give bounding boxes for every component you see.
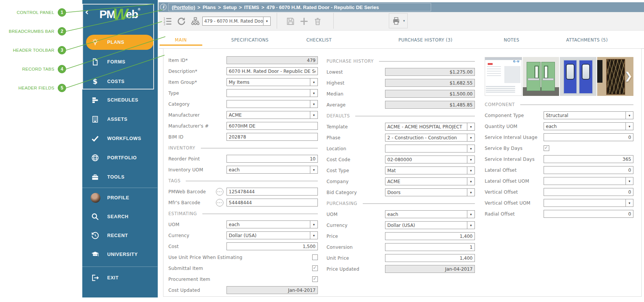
- input-description[interactable]: 6070 H.M. Rated Door - Republic DE Serie…: [226, 67, 318, 75]
- tab-notes[interactable]: NOTES: [504, 37, 519, 43]
- save-icon[interactable]: [285, 17, 295, 26]
- dropdown-arrow-icon[interactable]: ▾: [467, 123, 475, 130]
- dropdown-arrow-icon[interactable]: ▾: [467, 178, 475, 185]
- dropdown-arrow-icon[interactable]: ▾: [467, 211, 475, 218]
- select-phase[interactable]: 2 - Construction - Construction▾: [385, 134, 475, 142]
- add-record-icon[interactable]: [299, 17, 309, 26]
- select-item-group[interactable]: My Items▾: [226, 78, 318, 86]
- input-pmweb-barcode[interactable]: 125478444: [226, 188, 318, 196]
- select-vertical-offset-uom[interactable]: ▾: [544, 199, 633, 207]
- input-service-interval-days[interactable]: 365: [544, 155, 633, 163]
- dropdown-arrow-icon[interactable]: ▾: [310, 221, 317, 228]
- input-price[interactable]: 1,400: [385, 232, 475, 240]
- dropdown-arrow-icon[interactable]: ▾: [310, 89, 317, 97]
- print-dropdown-icon[interactable]: ▾: [403, 19, 405, 23]
- sidebar-item-costs[interactable]: $COSTS: [82, 72, 157, 91]
- select-bid-category[interactable]: Doors▾: [385, 188, 475, 196]
- input-manufacturer-s[interactable]: 6070HM DE: [226, 122, 318, 130]
- dropdown-arrow-icon[interactable]: ▾: [467, 222, 475, 229]
- sidebar-item-search[interactable]: SEARCH: [82, 207, 157, 226]
- sidebar-item-assets[interactable]: ASSETS: [82, 109, 157, 129]
- select-lateral-offset-uom[interactable]: ▾: [544, 177, 633, 185]
- print-button[interactable]: ▾: [389, 13, 408, 28]
- input-cost[interactable]: 1,500: [226, 242, 318, 250]
- sidebar-item-forms[interactable]: FORMS: [82, 52, 157, 72]
- tab-attachments-5[interactable]: ATTACHMENTS (5): [566, 37, 608, 43]
- hierarchy-icon[interactable]: [190, 17, 200, 26]
- tab-checklist[interactable]: CHECKLIST: [306, 37, 331, 43]
- input-lateral-offset[interactable]: 0: [544, 166, 633, 174]
- input-conversion[interactable]: 1: [385, 243, 475, 251]
- dropdown-arrow-icon[interactable]: ▾: [626, 123, 633, 130]
- dropdown-arrow-icon[interactable]: ▾: [310, 166, 317, 173]
- dropdown-arrow-icon[interactable]: ▾: [310, 79, 317, 86]
- checkbox-submittal-item[interactable]: [312, 265, 318, 271]
- checkbox-service-by-days[interactable]: [544, 145, 549, 151]
- dropdown-arrow-icon[interactable]: ▾: [467, 156, 475, 163]
- input-mfr-s-barcode[interactable]: 54448444: [226, 199, 318, 206]
- field-label-cell: Radial Offset: [485, 211, 544, 217]
- dropdown-arrow-icon[interactable]: ▾: [467, 134, 475, 141]
- dropdown-arrow-icon[interactable]: ▾: [467, 167, 475, 174]
- select-template[interactable]: ACME - ACME HOSPITAL PROJECT▾: [385, 123, 475, 131]
- history-icon[interactable]: [176, 17, 186, 26]
- ellipsis-icon[interactable]: •••: [216, 188, 223, 196]
- tab-purchase-history-3[interactable]: PURCHASE HISTORY (3): [398, 37, 452, 43]
- dropdown-arrow-icon[interactable]: ▾: [626, 177, 633, 185]
- dropdown-arrow-icon[interactable]: ▾: [467, 189, 475, 196]
- record-list-icon[interactable]: 123: [162, 17, 172, 26]
- sidebar-item-profile[interactable]: PROFILE: [82, 188, 157, 207]
- select-uom[interactable]: each▾: [226, 220, 318, 228]
- delete-record-icon[interactable]: [313, 17, 322, 26]
- select-type[interactable]: ▾: [226, 89, 318, 97]
- input-service-interval-usage[interactable]: 0: [544, 133, 633, 141]
- pmweb-logo[interactable]: PMWeb®: [82, 4, 157, 22]
- checkbox-use-unit-price-when-estimating[interactable]: [312, 254, 318, 260]
- input-unit-price[interactable]: 1,400: [385, 254, 475, 262]
- select-cost-type[interactable]: Mat▾: [385, 166, 475, 174]
- sidebar-item-portfolio[interactable]: PORTFOLIO: [82, 148, 157, 167]
- green-double-doors-thumbnail[interactable]: [523, 57, 559, 96]
- tab-main[interactable]: MAIN: [175, 37, 186, 43]
- dropdown-arrow-icon[interactable]: ▾: [310, 232, 317, 239]
- sidebar-item-tools[interactable]: TOOLS: [82, 167, 157, 186]
- sidebar-group: PROFILESEARCHRECENTUNIVERSITY: [82, 188, 157, 264]
- select-currency[interactable]: Dollar (USA)▾: [385, 221, 475, 229]
- field-row-company: CompanyACME▾: [327, 176, 475, 187]
- dropdown-arrow-icon[interactable]: ▾: [310, 100, 317, 108]
- sidebar-item-workflows[interactable]: WORKFLOWS: [82, 129, 157, 148]
- select-currency[interactable]: Dollar (USA)▾: [226, 231, 318, 239]
- select-inventory-uom[interactable]: each▾: [226, 166, 318, 174]
- sidebar-item-plans[interactable]: PLANS: [86, 35, 154, 50]
- info-icon[interactable]: i: [160, 4, 166, 10]
- dropdown-arrow-icon[interactable]: ▾: [626, 199, 633, 206]
- spec-sheet-thumbnail[interactable]: [485, 57, 522, 96]
- tab-specifications[interactable]: SPECIFICATIONS: [231, 37, 269, 43]
- input-radial-offset[interactable]: 0: [544, 210, 633, 218]
- select-component-type[interactable]: Structural▾: [544, 111, 633, 119]
- sidebar-item-recent[interactable]: RECENT: [82, 226, 157, 245]
- breadcrumb-portfolio-link[interactable]: (Portfolio): [172, 5, 195, 10]
- select-category[interactable]: ▾: [226, 100, 318, 108]
- next-images-icon[interactable]: ❯: [624, 70, 633, 82]
- dropdown-arrow-icon[interactable]: ▾: [310, 111, 317, 119]
- input-reorder-point[interactable]: 10: [226, 155, 318, 163]
- blue-double-doors-thumbnail[interactable]: [560, 57, 596, 96]
- input-bim-id[interactable]: 202878: [226, 133, 318, 141]
- record-selector[interactable]: 479 - 6070 H.M. Rated Door - Repub ▾: [202, 17, 271, 26]
- select-cost-code[interactable]: 02-080000▾: [385, 156, 475, 163]
- sidebar-item-exit[interactable]: EXIT: [82, 267, 157, 288]
- input-vertical-offset[interactable]: 0: [544, 188, 633, 196]
- ellipsis-icon[interactable]: •••: [216, 199, 223, 206]
- dropdown-arrow-icon[interactable]: ▾: [467, 145, 475, 152]
- select-location[interactable]: ▾: [385, 145, 475, 153]
- select-quantity-uom[interactable]: each▾: [544, 122, 633, 130]
- sidebar-item-university[interactable]: UNIVERSITY: [82, 245, 157, 264]
- sidebar-item-schedules[interactable]: SCHEDULES: [82, 90, 157, 109]
- dropdown-arrow-icon[interactable]: ▾: [626, 112, 633, 119]
- select-manufacturer[interactable]: ACME▾: [226, 111, 318, 119]
- dropdown-arrow-icon[interactable]: ▾: [263, 17, 270, 25]
- select-company[interactable]: ACME▾: [385, 177, 475, 185]
- select-uom[interactable]: each▾: [385, 210, 475, 218]
- checkbox-procurement-item[interactable]: [312, 276, 318, 282]
